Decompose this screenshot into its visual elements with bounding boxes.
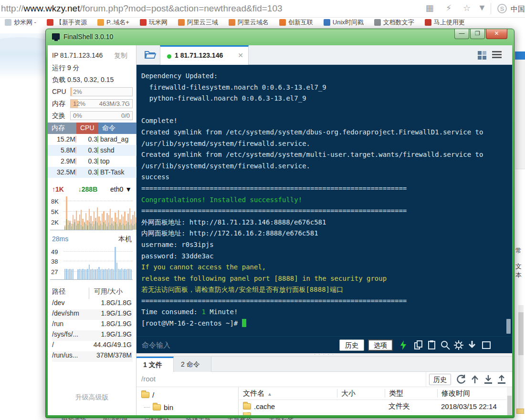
process-row[interactable]: 5.8M0.3sshd bbox=[48, 145, 136, 156]
col-memory[interactable]: 内存 bbox=[48, 123, 76, 134]
cpu-pct: 2% bbox=[73, 88, 82, 95]
tab-files[interactable]: 1 文件 bbox=[136, 357, 174, 372]
bookmark-item[interactable]: 【新手资源 bbox=[47, 18, 87, 27]
close-button[interactable]: ✕ bbox=[486, 29, 507, 39]
process-row[interactable]: 32.5M0.3BT-Task bbox=[48, 167, 136, 178]
process-table[interactable]: 内存 CPU 命令 15.2M0.3barad_ag5.8M0.3sshd2.9… bbox=[48, 123, 136, 178]
search-icon[interactable] bbox=[441, 340, 450, 350]
ytick: 2K bbox=[51, 219, 59, 226]
session-tab[interactable]: 1 81.71.123.146 ✕ bbox=[160, 45, 249, 65]
upload-file-icon[interactable] bbox=[497, 375, 506, 384]
ping-target[interactable]: 本机 bbox=[118, 235, 132, 244]
col-type[interactable]: 类型 bbox=[385, 389, 437, 398]
directory-tree[interactable]: / bin bbox=[136, 387, 239, 415]
bookmark-item[interactable]: 创新互联 bbox=[279, 18, 313, 27]
copy-ip-link[interactable]: 复制 bbox=[114, 51, 127, 60]
bookmark-favicon bbox=[5, 19, 11, 26]
col-avail-size[interactable]: 可用/大小 bbox=[89, 287, 123, 299]
command-input-bar[interactable]: 命令输入 历史 选项 bbox=[136, 336, 512, 353]
disk-row[interactable]: /run/us...378M/378M bbox=[52, 351, 133, 362]
chevron-down-icon[interactable]: ▼ bbox=[476, 3, 488, 13]
panel-splitter[interactable]: · · · · · bbox=[136, 353, 512, 357]
ip-value: IP 81.71.123.146 bbox=[52, 51, 103, 59]
ping-header: 28ms 本机 bbox=[52, 235, 132, 244]
process-row[interactable]: 2.9M0.3top bbox=[48, 156, 136, 167]
terminal-scrollbar-thumb[interactable] bbox=[506, 319, 511, 334]
flash-icon[interactable]: ⚡ bbox=[443, 3, 454, 13]
terminal-line: password: 33dde3ac bbox=[141, 251, 504, 262]
sogou-logo-icon[interactable]: S bbox=[497, 4, 507, 13]
download-arrow-icon[interactable] bbox=[467, 340, 477, 350]
url-text[interactable]: http://www.wkzy.net/forum.php?mod=post&a… bbox=[1, 3, 283, 14]
menu-icon[interactable] bbox=[492, 51, 502, 59]
up-level-icon[interactable] bbox=[470, 375, 480, 384]
bookmark-favicon bbox=[324, 19, 330, 26]
tab-commands[interactable]: 2 命令 bbox=[174, 357, 211, 372]
refresh-icon[interactable] bbox=[457, 375, 466, 384]
bookmark-item[interactable]: 炒米网 - bbox=[5, 18, 36, 27]
disk-row[interactable]: /sys/fs/...1.9G/1.9G bbox=[52, 330, 133, 341]
bookmark-item[interactable]: 阿里云三域 bbox=[178, 18, 218, 27]
history-button[interactable]: 历史 bbox=[339, 339, 364, 351]
process-table-header[interactable]: 内存 CPU 命令 bbox=[48, 123, 136, 134]
path-input[interactable]: /root bbox=[136, 372, 426, 387]
file-table[interactable]: 文件名▲ 大小 类型 修改时间 .cache文件夹2018/03/15 22:1… bbox=[239, 387, 506, 415]
disk-row[interactable]: /dev/shm1.9G/1.9G bbox=[52, 309, 133, 320]
col-cpu[interactable]: CPU bbox=[76, 123, 98, 134]
terminal[interactable]: Dependency Updated: firewalld-filesystem… bbox=[136, 65, 512, 353]
command-input[interactable]: 命令输入 bbox=[142, 341, 170, 350]
bookmark-item[interactable]: 阿里云域名 bbox=[229, 18, 269, 27]
terminal-line: username: r0s3ipjs bbox=[141, 239, 504, 251]
file-scrollbar[interactable] bbox=[507, 387, 512, 415]
file-row-partial[interactable] bbox=[239, 412, 506, 415]
disk-row[interactable]: /run1.8G/1.9G bbox=[52, 320, 133, 330]
process-row[interactable]: 15.2M0.3barad_ag bbox=[48, 134, 136, 145]
copy-icon[interactable] bbox=[414, 340, 423, 350]
options-button[interactable]: 选项 bbox=[368, 339, 393, 351]
minimize-button[interactable]: — bbox=[454, 29, 469, 39]
url-path: /forum.php?mod=post&action=newthread&fid… bbox=[80, 3, 282, 13]
bookmark-favicon bbox=[140, 19, 147, 26]
page-scrollbar-thumb[interactable] bbox=[518, 312, 524, 355]
open-folder-icon[interactable] bbox=[144, 50, 157, 59]
col-path[interactable]: 路径 bbox=[52, 287, 89, 299]
bookmark-item[interactable]: 马上使用更 bbox=[425, 18, 465, 27]
disk-row[interactable]: /44.4G/49.1G bbox=[52, 341, 133, 351]
disk-table[interactable]: 路径 可用/大小 /dev1.8G/1.8G/dev/shm1.9G/1.9G/… bbox=[52, 287, 133, 362]
paste-icon[interactable] bbox=[427, 340, 437, 350]
bookmark-item[interactable]: 文档数文字 bbox=[374, 18, 414, 27]
path-history-button[interactable]: 历史 bbox=[429, 374, 451, 385]
tab-close-icon[interactable]: ✕ bbox=[238, 51, 243, 59]
disk-row[interactable]: /dev1.8G/1.8G bbox=[52, 299, 133, 309]
interface-select[interactable]: eth0 ▼ bbox=[110, 185, 132, 193]
address-bar[interactable]: http://www.wkzy.net/forum.php?mod=post&a… bbox=[0, 0, 525, 18]
bookmark-star-icon[interactable]: ☆ bbox=[461, 3, 472, 13]
file-scrollbar-thumb[interactable] bbox=[507, 396, 512, 415]
window-titlebar[interactable]: FinalShell 3.0.10 — ❐ ✕ bbox=[46, 29, 514, 45]
fullscreen-icon[interactable] bbox=[482, 340, 491, 350]
upgrade-premium-link[interactable]: 升级高级版 bbox=[48, 393, 136, 402]
tree-item-bin[interactable]: bin bbox=[144, 402, 173, 412]
bookmark-item[interactable]: 玩米网 bbox=[140, 18, 168, 27]
bookmark-item[interactable]: P..域名+ bbox=[97, 18, 129, 27]
maximize-button[interactable]: ❐ bbox=[470, 29, 485, 39]
file-table-header[interactable]: 文件名▲ 大小 类型 修改时间 bbox=[239, 387, 506, 400]
terminal-line: ========================================… bbox=[141, 296, 504, 307]
bookmark-favicon bbox=[47, 19, 53, 26]
settings-gear-icon[interactable] bbox=[454, 340, 463, 350]
qr-code-icon[interactable]: ▦ bbox=[424, 3, 435, 13]
col-mtime[interactable]: 修改时间 bbox=[437, 389, 506, 398]
col-size[interactable]: 大小 bbox=[337, 389, 385, 398]
page-fragment-text: 文本 bbox=[515, 262, 525, 279]
download-file-icon[interactable] bbox=[483, 375, 493, 384]
layout-grid-icon[interactable] bbox=[478, 51, 486, 60]
col-command[interactable]: 命令 bbox=[98, 123, 136, 134]
col-filename[interactable]: 文件名▲ bbox=[239, 389, 337, 398]
terminal-line: Congratulations! Installed successfully! bbox=[141, 195, 504, 206]
file-row[interactable]: .cache文件夹2018/03/15 22:14 bbox=[239, 400, 506, 412]
disk-table-header[interactable]: 路径 可用/大小 bbox=[52, 287, 133, 299]
tree-item-root[interactable]: / bbox=[141, 389, 154, 400]
bookmark-item[interactable]: Unix时间戳 bbox=[324, 18, 364, 27]
power-bolt-icon[interactable] bbox=[399, 340, 408, 350]
terminal-line: release the following panel port [8888] … bbox=[141, 273, 504, 285]
